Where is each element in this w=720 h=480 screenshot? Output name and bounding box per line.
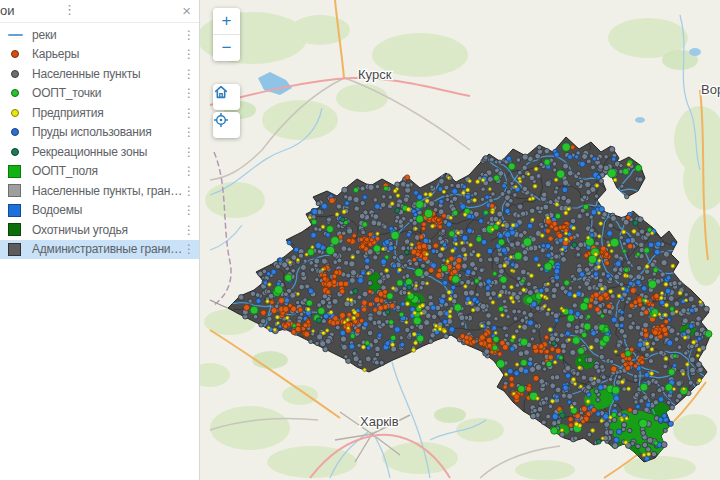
layer-label: Рекреационные зоны [32, 145, 183, 159]
layer-label: Административные границы посе… [32, 242, 183, 256]
layer-item-2[interactable]: Населенные пункты⋮ [0, 64, 199, 84]
line-symbol-icon [8, 34, 25, 36]
layer-label: ООПТ_точки [32, 86, 183, 100]
layer-item-6[interactable]: Рекреационные зоны⋮ [0, 142, 199, 162]
point-symbol-icon [8, 50, 25, 58]
layer-label: Пруды использования [32, 125, 183, 139]
layer-menu-icon[interactable]: ⋮ [183, 28, 195, 42]
layer-item-5[interactable]: Пруды использования⋮ [0, 123, 199, 143]
polygon-symbol-icon [8, 204, 25, 217]
layer-menu-icon[interactable]: ⋮ [183, 242, 195, 256]
layer-item-1[interactable]: Карьеры⋮ [0, 45, 199, 65]
layer-menu-icon[interactable]: ⋮ [183, 164, 195, 178]
point-symbol-icon [8, 148, 25, 156]
layer-menu-icon[interactable]: ⋮ [183, 184, 195, 198]
layer-menu-icon[interactable]: ⋮ [183, 106, 195, 120]
layer-label: Охотничьи угодья [32, 223, 183, 237]
layer-item-4[interactable]: Предприятия⋮ [0, 103, 199, 123]
polygon-symbol-icon [8, 165, 25, 178]
locate-icon [213, 112, 229, 128]
panel-menu-icon[interactable]: ⋮ [60, 2, 79, 17]
layer-list: реки⋮Карьеры⋮Населенные пункты⋮ООПТ_точк… [0, 23, 199, 259]
zoom-control: + − [213, 8, 240, 61]
layer-item-3[interactable]: ООПТ_точки⋮ [0, 84, 199, 104]
layer-label: Населенные пункты, границы [32, 184, 183, 198]
polygon-symbol-icon [8, 184, 25, 197]
layer-menu-icon[interactable]: ⋮ [183, 86, 195, 100]
zoom-out-button[interactable]: − [213, 35, 240, 61]
layer-menu-icon[interactable]: ⋮ [183, 223, 195, 237]
layer-label: Водоемы [32, 203, 183, 217]
gis-app: ои ⋮ × реки⋮Карьеры⋮Населенные пункты⋮ОО… [0, 0, 720, 480]
layer-label: Предприятия [32, 106, 183, 120]
layer-menu-icon[interactable]: ⋮ [183, 145, 195, 159]
layer-menu-icon[interactable]: ⋮ [183, 47, 195, 61]
layer-menu-icon[interactable]: ⋮ [183, 203, 195, 217]
layer-item-8[interactable]: Населенные пункты, границы⋮ [0, 181, 199, 201]
point-symbol-icon [8, 89, 25, 97]
layer-label: Населенные пункты [32, 67, 183, 81]
layer-label: Карьеры [32, 47, 183, 61]
map-container[interactable]: КурскВороХарків + − [200, 0, 720, 480]
city-label: Харків [360, 414, 399, 429]
home-button[interactable] [213, 84, 240, 110]
polygon-symbol-icon [8, 243, 25, 256]
point-symbol-icon [8, 109, 25, 117]
home-icon [213, 84, 229, 100]
locate-button[interactable] [213, 112, 240, 138]
city-label: Курск [358, 67, 392, 82]
point-symbol-icon [8, 128, 25, 136]
layer-label: ООПТ_поля [32, 164, 183, 178]
polygon-symbol-icon [8, 223, 25, 236]
layer-item-0[interactable]: реки⋮ [0, 25, 199, 45]
layer-item-11[interactable]: Административные границы посе…⋮ [0, 240, 199, 260]
layer-label: реки [32, 28, 183, 42]
panel-title: ои [0, 0, 15, 22]
layer-item-9[interactable]: Водоемы⋮ [0, 201, 199, 221]
layer-item-10[interactable]: Охотничьи угодья⋮ [0, 220, 199, 240]
layer-item-7[interactable]: ООПТ_поля⋮ [0, 162, 199, 182]
city-label: Воро [701, 82, 720, 97]
zoom-in-button[interactable]: + [213, 8, 240, 34]
point-symbol-icon [8, 70, 25, 78]
map-canvas: КурскВороХарків [200, 0, 720, 480]
layers-panel: ои ⋮ × реки⋮Карьеры⋮Населенные пункты⋮ОО… [0, 0, 200, 480]
layers-panel-header: ои ⋮ × [0, 0, 199, 23]
layer-menu-icon[interactable]: ⋮ [183, 125, 195, 139]
layer-menu-icon[interactable]: ⋮ [183, 67, 195, 81]
panel-close-icon[interactable]: × [178, 0, 195, 22]
